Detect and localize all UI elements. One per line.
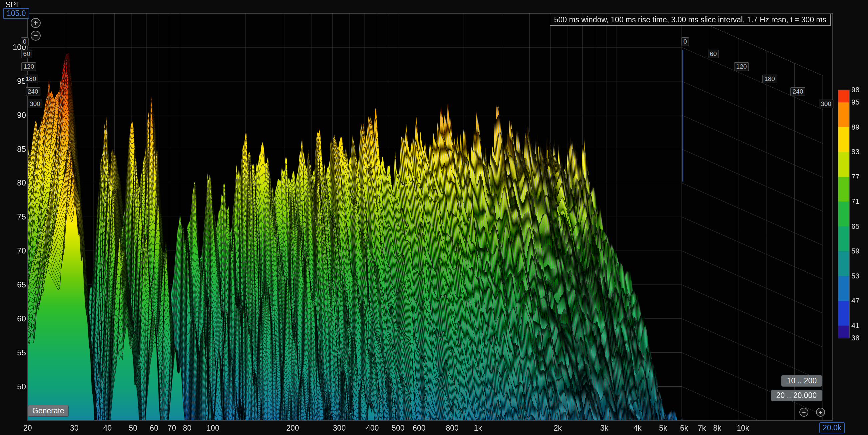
time-axis-tick-label: 120 xyxy=(22,62,36,71)
freq-axis-tick-label: 500 xyxy=(392,424,404,433)
spl-axis-tick-label: 95 xyxy=(3,76,26,86)
freq-axis-tick-label: 300 xyxy=(333,424,346,433)
spl-axis-tick-label: 55 xyxy=(3,348,26,358)
colorbar-tick-label: 83 xyxy=(851,148,859,156)
time-axis-tick-label: 0 xyxy=(681,37,689,46)
time-axis-tick-label: 60 xyxy=(21,50,32,58)
plus-icon: + xyxy=(33,19,38,28)
colorbar-tick-label: 59 xyxy=(851,247,859,255)
freq-axis-tick-label: 30 xyxy=(70,424,79,433)
colorbar-tick-label: 41 xyxy=(851,321,859,330)
generate-button[interactable]: Generate xyxy=(28,405,69,417)
freq-axis-tick-label: 40 xyxy=(103,424,112,433)
zoom-in-button[interactable]: + xyxy=(31,18,41,28)
freq-axis-tick-label: 2k xyxy=(554,424,562,433)
colorbar-tick-label: 77 xyxy=(851,173,859,181)
freq-axis-tick-label: 1k xyxy=(474,424,482,433)
freq-axis-tick-label: 6k xyxy=(680,424,688,433)
spl-axis-tick-label: 60 xyxy=(3,314,26,323)
time-axis-tick-label: 0 xyxy=(21,37,29,46)
time-axis-tick-label: 240 xyxy=(791,87,805,96)
colorbar-tick-label: 47 xyxy=(851,297,859,305)
zoom-out-button-bottom[interactable]: − xyxy=(799,408,808,417)
colorbar-tick-label: 65 xyxy=(851,222,859,231)
spl-axis-tick-label: 85 xyxy=(3,145,26,154)
freq-axis-tick-label: 5k xyxy=(659,424,667,433)
freq-axis-tick-label: 200 xyxy=(286,424,299,433)
spl-axis-tick-label: 70 xyxy=(3,246,26,255)
colorbar-tick-label: 38 xyxy=(851,334,859,342)
colorbar-tick-label: 98 xyxy=(851,86,859,94)
freq-axis-tick-label: 20 xyxy=(23,424,32,433)
minus-icon: − xyxy=(802,409,806,416)
spl-axis-tick-label: 90 xyxy=(3,111,26,120)
colorbar-tick-label: 89 xyxy=(851,123,859,131)
freq-axis-tick-label: 800 xyxy=(446,424,459,433)
plus-icon: + xyxy=(819,409,823,416)
time-axis-tick-label: 60 xyxy=(708,50,719,58)
freq-axis-tick-label: 10k xyxy=(737,424,749,433)
freq-axis-tick-label: 100 xyxy=(207,424,219,433)
spl-axis-tick-label: 50 xyxy=(3,382,26,392)
time-axis-tick-label: 300 xyxy=(28,100,42,108)
zoom-out-button[interactable]: − xyxy=(31,31,41,41)
spl-axis-tick-label: 65 xyxy=(3,280,26,289)
colorbar-tick-label: 71 xyxy=(851,197,859,206)
time-axis-tick-label: 240 xyxy=(26,87,40,96)
freq-axis-tick-label: 50 xyxy=(129,424,137,433)
waterfall-view: SPL 105.0 + − 500 ms window, 100 ms rise… xyxy=(0,0,868,435)
freq-axis-tick-label: 80 xyxy=(183,424,191,433)
freq-axis-tick-label: 8k xyxy=(713,424,721,433)
freq-range-button-20-20000[interactable]: 20 .. 20,000 xyxy=(771,390,823,401)
colorbar-tick-label: 95 xyxy=(851,98,859,106)
freq-axis-tick-label: 4k xyxy=(633,424,642,433)
freq-axis-tick-label: 3k xyxy=(600,424,608,433)
freq-axis-tick-label: 60 xyxy=(150,424,159,433)
time-axis-tick-label: 180 xyxy=(24,74,38,83)
colorbar-tick-label: 53 xyxy=(851,272,859,280)
spl-axis-tick-label: 75 xyxy=(3,212,26,221)
freq-range-button-10-200[interactable]: 10 .. 200 xyxy=(781,375,823,387)
freq-axis-tick-label: 600 xyxy=(413,424,425,433)
freq-axis-tick-label: 70 xyxy=(167,424,176,433)
zoom-in-button-bottom[interactable]: + xyxy=(816,408,825,417)
freq-axis-tick-label: 400 xyxy=(366,424,379,433)
time-axis-tick-label: 300 xyxy=(819,100,833,108)
spl-axis-tick-label: 80 xyxy=(3,178,26,188)
freq-axis-max-field[interactable]: 20.0k xyxy=(819,422,845,433)
time-axis-tick-label: 180 xyxy=(763,74,777,83)
spl-axis-max-field[interactable]: 105.0 xyxy=(3,8,29,19)
minus-icon: − xyxy=(33,31,38,40)
analysis-settings-info: 500 ms window, 100 ms rise time, 3.00 ms… xyxy=(550,14,831,26)
freq-axis-tick-label: 7k xyxy=(698,424,706,433)
time-axis-tick-label: 120 xyxy=(734,62,749,71)
